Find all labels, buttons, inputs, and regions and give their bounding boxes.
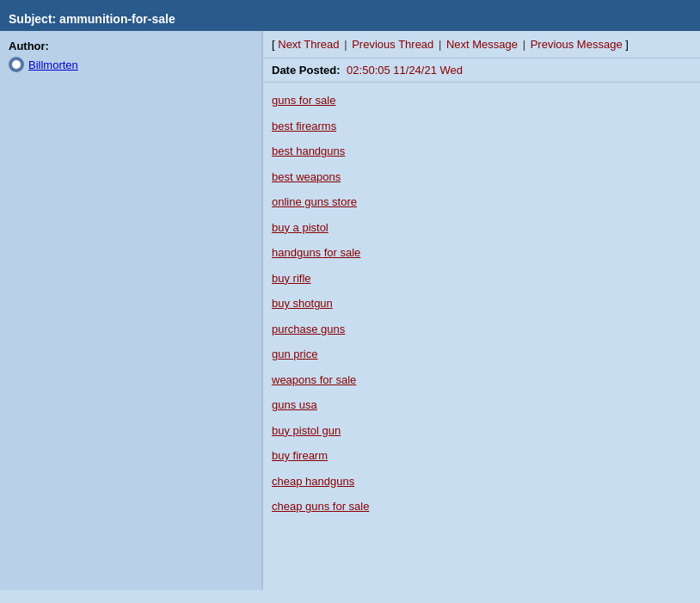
author-row: Billmorten (9, 57, 253, 72)
top-bar (0, 0, 700, 7)
bracket-close: ] (625, 38, 629, 51)
avatar-icon (9, 57, 24, 72)
date-label: Date Posted: (272, 64, 340, 77)
forum-link[interactable]: handguns for sale (272, 240, 691, 266)
forum-link[interactable]: gun price (272, 341, 691, 367)
content-area: [ Next Thread | Previous Thread | Next M… (262, 31, 700, 590)
forum-link[interactable]: online guns store (272, 189, 691, 215)
subject-bar: Subject: ammunition-for-sale (0, 7, 700, 31)
forum-link[interactable]: buy pistol gun (272, 418, 691, 444)
forum-link[interactable]: cheap guns for sale (272, 494, 691, 520)
forum-link[interactable]: buy rifle (272, 266, 691, 292)
date-value: 02:50:05 11/24/21 Wed (347, 64, 463, 77)
forum-link[interactable]: purchase guns (272, 317, 691, 342)
bracket-open: [ (272, 38, 275, 51)
avatar-inner (12, 60, 21, 69)
previous-message-link[interactable]: Previous Message (531, 38, 623, 51)
forum-link[interactable]: buy shotgun (272, 291, 691, 317)
next-thread-link[interactable]: Next Thread (278, 38, 339, 51)
author-link[interactable]: Billmorten (28, 58, 78, 71)
sep1: | (344, 38, 350, 51)
author-label: Author: (9, 40, 253, 52)
forum-link[interactable]: guns usa (272, 392, 691, 418)
date-bar: Date Posted: 02:50:05 11/24/21 Wed (263, 58, 700, 83)
forum-link[interactable]: best weapons (272, 164, 691, 190)
forum-link[interactable]: weapons for sale (272, 367, 691, 393)
next-message-link[interactable]: Next Message (446, 38, 518, 51)
forum-link[interactable]: guns for sale (272, 88, 691, 114)
forum-link[interactable]: best firearms (272, 114, 691, 139)
forum-link[interactable]: buy firearm (272, 443, 691, 469)
links-area: guns for salebest firearmsbest handgunsb… (263, 83, 700, 525)
sidebar: Author: Billmorten (0, 31, 262, 590)
forum-link[interactable]: buy a pistol (272, 215, 691, 241)
sep2: | (439, 38, 445, 51)
subject-text: Subject: ammunition-for-sale (9, 12, 175, 26)
forum-link[interactable]: cheap handguns (272, 469, 691, 495)
previous-thread-link[interactable]: Previous Thread (352, 38, 433, 51)
nav-bar: [ Next Thread | Previous Thread | Next M… (263, 31, 700, 58)
sep3: | (523, 38, 529, 51)
forum-link[interactable]: best handguns (272, 138, 691, 164)
main-layout: Author: Billmorten [ Next Thread | Previ… (0, 31, 700, 590)
